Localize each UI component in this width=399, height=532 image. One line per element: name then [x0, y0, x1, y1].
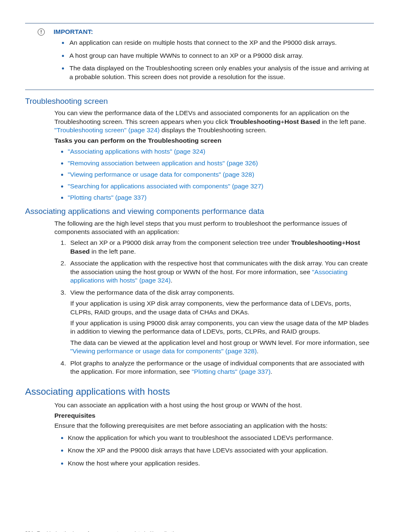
tasks-heading: Tasks you can perform on the Troubleshoo… [54, 136, 374, 145]
list-item: The data displayed on the Troubleshootin… [69, 64, 374, 81]
paragraph: If your application is using XP disk arr… [70, 299, 374, 316]
link-searching-apps[interactable]: "Searching for applications associated w… [68, 182, 263, 190]
text: in the left pane. [90, 248, 136, 255]
paragraph: If your application is using P9000 disk … [70, 319, 374, 336]
important-icon: ! [38, 28, 45, 36]
important-callout: ! IMPORTANT: An application can reside o… [25, 23, 374, 90]
step-item: Associate the application with the respe… [68, 259, 374, 285]
page-footer: 324 Troubleshooting issues for component… [25, 530, 374, 532]
section-heading-associating-hosts: Associating applications with hosts [25, 386, 374, 398]
list-item: "Searching for applications associated w… [68, 182, 374, 190]
link-plotting-charts[interactable]: "Plotting charts" (page 337) [68, 194, 147, 201]
text-bold: Troubleshooting [291, 239, 342, 246]
step-item: Select an XP or a P9000 disk array from … [68, 239, 374, 256]
list-item: "Plotting charts" (page 337) [68, 193, 374, 202]
list-item: "Associating applications with hosts" (p… [68, 147, 374, 156]
task-link-list: "Associating applications with hosts" (p… [68, 147, 374, 202]
link-viewing-performance[interactable]: "Viewing performance or usage data for c… [70, 347, 257, 355]
list-item: An application can reside on multiple ho… [69, 39, 374, 47]
important-label: IMPORTANT: [54, 28, 93, 35]
paragraph: The data can be viewed at the applicatio… [70, 339, 374, 356]
link-troubleshooting-screen[interactable]: "Troubleshooting screen" (page 324) [54, 126, 160, 134]
paragraph: You can view the performance data of the… [54, 109, 374, 134]
section-heading-troubleshooting-screen: Troubleshooting screen [25, 96, 374, 106]
text: displays the Troubleshooting screen. [160, 126, 267, 134]
text: + [281, 118, 284, 125]
paragraph: Ensure that the following prerequisites … [54, 421, 374, 430]
list-item: "Removing association between applicatio… [68, 159, 374, 167]
list-item: Know the host where your application res… [68, 459, 374, 468]
link-removing-association[interactable]: "Removing association between applicatio… [68, 159, 258, 167]
paragraph: You can associate an application with a … [54, 401, 374, 409]
text-bold: Host Based [284, 118, 320, 125]
text: . [171, 277, 172, 284]
text: . [257, 347, 258, 355]
step-item: Plot graphs to analyze the performance o… [68, 359, 374, 376]
list-item: "Viewing performance or usage data for c… [68, 170, 374, 179]
text: + [342, 239, 345, 246]
text: . [271, 368, 272, 375]
list-item: A host group can have multiple WWNs to c… [69, 51, 374, 60]
link-associating-apps[interactable]: "Associating applications with hosts" (p… [68, 148, 205, 155]
prerequisites-heading: Prerequisites [54, 411, 374, 420]
paragraph: The following are the high level steps t… [54, 219, 374, 236]
text: Select an XP or a P9000 disk array from … [70, 239, 291, 246]
steps-list: Select an XP or a P9000 disk array from … [60, 239, 374, 376]
text-bold: Troubleshooting [230, 118, 281, 125]
text: The data can be viewed at the applicatio… [70, 339, 369, 346]
text: in the left pane. [320, 118, 366, 125]
step-item: View the performance data of the disk ar… [68, 288, 374, 356]
section-heading-associating-viewing: Associating applications and viewing com… [25, 206, 374, 216]
link-plotting-charts[interactable]: "Plotting charts" (page 337) [192, 368, 271, 375]
link-viewing-performance[interactable]: "Viewing performance or usage data for c… [68, 171, 254, 178]
list-item: Know the application for which you want … [68, 434, 374, 442]
important-list: An application can reside on multiple ho… [69, 39, 374, 81]
list-item: Know the XP and the P9000 disk arrays th… [68, 446, 374, 455]
text: View the performance data of the disk ar… [70, 289, 235, 296]
prerequisites-list: Know the application for which you want … [68, 434, 374, 468]
